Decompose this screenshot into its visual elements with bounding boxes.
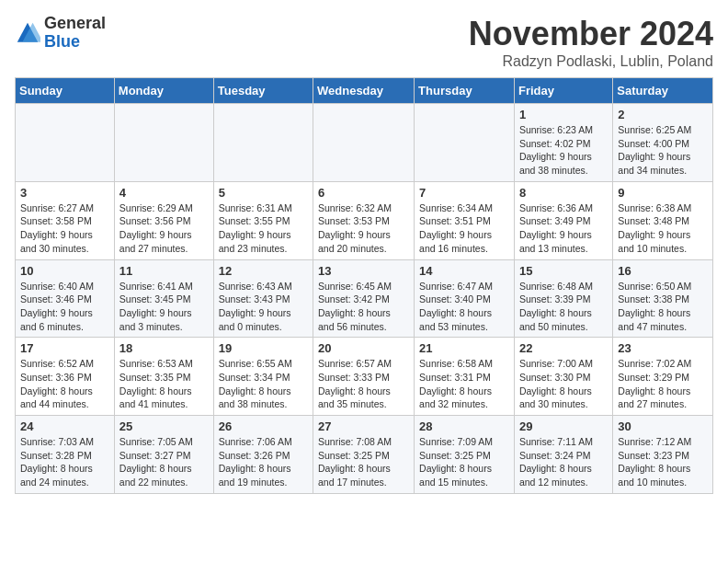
calendar-cell: 28Sunrise: 7:09 AM Sunset: 3:25 PM Dayli… bbox=[415, 416, 515, 494]
calendar-cell: 2Sunrise: 6:25 AM Sunset: 4:00 PM Daylig… bbox=[613, 104, 713, 182]
day-number: 9 bbox=[618, 186, 708, 200]
day-info: Sunrise: 6:53 AM Sunset: 3:35 PM Dayligh… bbox=[119, 357, 209, 411]
day-info: Sunrise: 7:03 AM Sunset: 3:28 PM Dayligh… bbox=[20, 435, 109, 489]
weekday-header-saturday: Saturday bbox=[613, 78, 713, 104]
calendar-cell: 27Sunrise: 7:08 AM Sunset: 3:25 PM Dayli… bbox=[313, 416, 415, 494]
calendar-cell: 10Sunrise: 6:40 AM Sunset: 3:46 PM Dayli… bbox=[16, 259, 115, 338]
calendar-cell: 25Sunrise: 7:05 AM Sunset: 3:27 PM Dayli… bbox=[114, 416, 213, 494]
day-number: 11 bbox=[119, 264, 209, 278]
logo-text: General Blue bbox=[44, 15, 106, 52]
day-number: 28 bbox=[419, 419, 509, 433]
day-info: Sunrise: 6:27 AM Sunset: 3:58 PM Dayligh… bbox=[20, 201, 109, 256]
day-number: 17 bbox=[20, 341, 109, 355]
day-number: 14 bbox=[419, 264, 509, 278]
day-info: Sunrise: 6:50 AM Sunset: 3:38 PM Dayligh… bbox=[618, 280, 708, 334]
calendar-cell bbox=[114, 104, 213, 182]
calendar-week-3: 10Sunrise: 6:40 AM Sunset: 3:46 PM Dayli… bbox=[16, 259, 713, 338]
day-info: Sunrise: 6:29 AM Sunset: 3:56 PM Dayligh… bbox=[119, 201, 209, 256]
header: General Blue November 2024 Radzyn Podlas… bbox=[15, 15, 713, 70]
day-info: Sunrise: 7:12 AM Sunset: 3:23 PM Dayligh… bbox=[618, 435, 708, 489]
day-number: 22 bbox=[519, 341, 608, 355]
calendar-table: SundayMondayTuesdayWednesdayThursdayFrid… bbox=[15, 77, 713, 494]
day-info: Sunrise: 6:31 AM Sunset: 3:55 PM Dayligh… bbox=[219, 201, 308, 256]
calendar-cell: 23Sunrise: 7:02 AM Sunset: 3:29 PM Dayli… bbox=[613, 338, 713, 416]
calendar-cell: 5Sunrise: 6:31 AM Sunset: 3:55 PM Daylig… bbox=[213, 181, 313, 259]
calendar-cell: 4Sunrise: 6:29 AM Sunset: 3:56 PM Daylig… bbox=[114, 181, 213, 259]
calendar-cell: 1Sunrise: 6:23 AM Sunset: 4:02 PM Daylig… bbox=[514, 104, 612, 182]
calendar-week-1: 1Sunrise: 6:23 AM Sunset: 4:02 PM Daylig… bbox=[16, 104, 713, 182]
day-info: Sunrise: 7:06 AM Sunset: 3:26 PM Dayligh… bbox=[219, 435, 308, 489]
weekday-header-monday: Monday bbox=[114, 78, 213, 104]
logo: General Blue bbox=[15, 15, 106, 52]
day-info: Sunrise: 6:34 AM Sunset: 3:51 PM Dayligh… bbox=[419, 201, 509, 256]
calendar-week-4: 17Sunrise: 6:52 AM Sunset: 3:36 PM Dayli… bbox=[16, 338, 713, 416]
calendar-cell: 12Sunrise: 6:43 AM Sunset: 3:43 PM Dayli… bbox=[213, 259, 313, 338]
day-info: Sunrise: 7:00 AM Sunset: 3:30 PM Dayligh… bbox=[519, 357, 608, 411]
calendar-cell: 13Sunrise: 6:45 AM Sunset: 3:42 PM Dayli… bbox=[313, 259, 415, 338]
day-number: 2 bbox=[618, 108, 708, 121]
day-number: 4 bbox=[119, 186, 209, 200]
day-number: 24 bbox=[20, 419, 109, 433]
calendar-cell: 22Sunrise: 7:00 AM Sunset: 3:30 PM Dayli… bbox=[514, 338, 612, 416]
day-number: 18 bbox=[119, 341, 209, 355]
day-info: Sunrise: 6:38 AM Sunset: 3:48 PM Dayligh… bbox=[618, 201, 708, 256]
day-number: 30 bbox=[618, 419, 708, 433]
day-info: Sunrise: 6:40 AM Sunset: 3:46 PM Dayligh… bbox=[20, 280, 109, 334]
day-number: 21 bbox=[419, 341, 509, 355]
title-area: November 2024 Radzyn Podlaski, Lublin, P… bbox=[469, 15, 713, 70]
calendar-week-5: 24Sunrise: 7:03 AM Sunset: 3:28 PM Dayli… bbox=[16, 416, 713, 494]
day-number: 3 bbox=[20, 186, 109, 200]
day-info: Sunrise: 6:57 AM Sunset: 3:33 PM Dayligh… bbox=[318, 357, 409, 411]
day-info: Sunrise: 6:43 AM Sunset: 3:43 PM Dayligh… bbox=[219, 280, 308, 334]
calendar-cell: 7Sunrise: 6:34 AM Sunset: 3:51 PM Daylig… bbox=[415, 181, 515, 259]
calendar-cell: 9Sunrise: 6:38 AM Sunset: 3:48 PM Daylig… bbox=[613, 181, 713, 259]
logo-blue: Blue bbox=[44, 33, 106, 52]
calendar-cell: 30Sunrise: 7:12 AM Sunset: 3:23 PM Dayli… bbox=[613, 416, 713, 494]
day-info: Sunrise: 6:36 AM Sunset: 3:49 PM Dayligh… bbox=[519, 201, 608, 256]
location-title: Radzyn Podlaski, Lublin, Poland bbox=[469, 53, 713, 70]
day-info: Sunrise: 6:45 AM Sunset: 3:42 PM Dayligh… bbox=[318, 280, 409, 334]
day-number: 13 bbox=[318, 264, 409, 278]
calendar-cell bbox=[313, 104, 415, 182]
day-info: Sunrise: 7:11 AM Sunset: 3:24 PM Dayligh… bbox=[519, 435, 608, 489]
day-info: Sunrise: 6:47 AM Sunset: 3:40 PM Dayligh… bbox=[419, 280, 509, 334]
day-number: 20 bbox=[318, 341, 409, 355]
calendar-cell: 19Sunrise: 6:55 AM Sunset: 3:34 PM Dayli… bbox=[213, 338, 313, 416]
calendar-cell bbox=[415, 104, 515, 182]
day-info: Sunrise: 6:55 AM Sunset: 3:34 PM Dayligh… bbox=[219, 357, 308, 411]
calendar-cell: 16Sunrise: 6:50 AM Sunset: 3:38 PM Dayli… bbox=[613, 259, 713, 338]
day-info: Sunrise: 6:41 AM Sunset: 3:45 PM Dayligh… bbox=[119, 280, 209, 334]
day-number: 25 bbox=[119, 419, 209, 433]
calendar-cell: 15Sunrise: 6:48 AM Sunset: 3:39 PM Dayli… bbox=[514, 259, 612, 338]
day-info: Sunrise: 6:23 AM Sunset: 4:02 PM Dayligh… bbox=[519, 123, 608, 178]
calendar-cell: 17Sunrise: 6:52 AM Sunset: 3:36 PM Dayli… bbox=[16, 338, 115, 416]
weekday-header-wednesday: Wednesday bbox=[313, 78, 415, 104]
month-title: November 2024 bbox=[469, 15, 713, 53]
day-number: 26 bbox=[219, 419, 308, 433]
calendar-week-2: 3Sunrise: 6:27 AM Sunset: 3:58 PM Daylig… bbox=[16, 181, 713, 259]
calendar-cell: 18Sunrise: 6:53 AM Sunset: 3:35 PM Dayli… bbox=[114, 338, 213, 416]
day-number: 15 bbox=[519, 264, 608, 278]
calendar-cell: 14Sunrise: 6:47 AM Sunset: 3:40 PM Dayli… bbox=[415, 259, 515, 338]
day-info: Sunrise: 7:05 AM Sunset: 3:27 PM Dayligh… bbox=[119, 435, 209, 489]
day-number: 1 bbox=[519, 108, 608, 121]
logo-icon bbox=[15, 20, 40, 46]
day-info: Sunrise: 6:25 AM Sunset: 4:00 PM Dayligh… bbox=[618, 123, 708, 178]
day-number: 16 bbox=[618, 264, 708, 278]
weekday-header-sunday: Sunday bbox=[16, 78, 115, 104]
day-number: 19 bbox=[219, 341, 308, 355]
calendar-cell: 3Sunrise: 6:27 AM Sunset: 3:58 PM Daylig… bbox=[16, 181, 115, 259]
calendar-cell bbox=[213, 104, 313, 182]
calendar-cell: 20Sunrise: 6:57 AM Sunset: 3:33 PM Dayli… bbox=[313, 338, 415, 416]
weekday-header-tuesday: Tuesday bbox=[213, 78, 313, 104]
calendar-cell: 26Sunrise: 7:06 AM Sunset: 3:26 PM Dayli… bbox=[213, 416, 313, 494]
day-info: Sunrise: 6:52 AM Sunset: 3:36 PM Dayligh… bbox=[20, 357, 109, 411]
day-info: Sunrise: 6:32 AM Sunset: 3:53 PM Dayligh… bbox=[318, 201, 409, 256]
calendar-cell bbox=[16, 104, 115, 182]
weekday-header-thursday: Thursday bbox=[415, 78, 515, 104]
day-number: 7 bbox=[419, 186, 509, 200]
calendar-cell: 8Sunrise: 6:36 AM Sunset: 3:49 PM Daylig… bbox=[514, 181, 612, 259]
day-info: Sunrise: 6:58 AM Sunset: 3:31 PM Dayligh… bbox=[419, 357, 509, 411]
day-info: Sunrise: 6:48 AM Sunset: 3:39 PM Dayligh… bbox=[519, 280, 608, 334]
day-number: 6 bbox=[318, 186, 409, 200]
